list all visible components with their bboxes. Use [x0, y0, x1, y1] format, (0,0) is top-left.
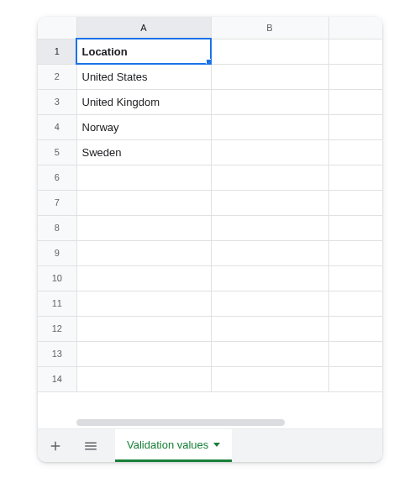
sheet-tab-active[interactable]: Validation values: [115, 429, 232, 462]
cell-overflow-12[interactable]: [328, 316, 382, 341]
cell-B6[interactable]: [211, 165, 328, 190]
cell-B1[interactable]: [211, 39, 328, 64]
cell-B13[interactable]: [211, 341, 328, 366]
cell-overflow-7[interactable]: [328, 190, 382, 215]
cell-B2[interactable]: [211, 64, 328, 89]
cell-A13[interactable]: [76, 341, 211, 366]
cell-overflow-4[interactable]: [328, 114, 382, 139]
row-header-2[interactable]: 2: [38, 64, 76, 89]
cell-B11[interactable]: [211, 291, 328, 316]
menu-icon: [83, 438, 98, 454]
cell-overflow-10[interactable]: [328, 265, 382, 291]
row-header-7[interactable]: 7: [38, 190, 76, 215]
sheet-footer: Validation values: [38, 428, 382, 462]
cell-B8[interactable]: [211, 215, 328, 240]
cell-A10[interactable]: [76, 265, 211, 291]
cell-A3[interactable]: United Kingdom: [76, 89, 211, 114]
cell-B3[interactable]: [211, 89, 328, 114]
row-header-5[interactable]: 5: [38, 139, 76, 165]
column-header-B[interactable]: B: [211, 17, 328, 39]
cell-A12[interactable]: [76, 316, 211, 341]
row-header-13[interactable]: 13: [38, 341, 76, 366]
cell-B5[interactable]: [211, 139, 328, 165]
sheet-tab-label: Validation values: [127, 438, 208, 451]
cell-overflow-9[interactable]: [328, 240, 382, 265]
cell-overflow-11[interactable]: [328, 291, 382, 316]
cell-A4[interactable]: Norway: [76, 114, 211, 139]
add-sheet-button[interactable]: [38, 429, 73, 462]
cell-overflow-13[interactable]: [328, 341, 382, 366]
cell-B7[interactable]: [211, 190, 328, 215]
cell-B9[interactable]: [211, 240, 328, 265]
cell-overflow-5[interactable]: [328, 139, 382, 165]
all-sheets-button[interactable]: [73, 429, 108, 462]
cell-overflow-14[interactable]: [328, 366, 382, 391]
row-header-11[interactable]: 11: [38, 291, 76, 316]
cell-overflow-8[interactable]: [328, 215, 382, 240]
cell-A8[interactable]: [76, 215, 211, 240]
cell-A9[interactable]: [76, 240, 211, 265]
row-header-4[interactable]: 4: [38, 114, 76, 139]
row-header-9[interactable]: 9: [38, 240, 76, 265]
cell-A1[interactable]: Location: [76, 39, 211, 64]
cell-A7[interactable]: [76, 190, 211, 215]
column-header-overflow[interactable]: [328, 17, 382, 39]
cell-A14[interactable]: [76, 366, 211, 391]
horizontal-scrollbar-thumb[interactable]: [76, 419, 285, 426]
plus-icon: [48, 438, 63, 454]
cell-A5[interactable]: Sweden: [76, 139, 211, 165]
cell-overflow-3[interactable]: [328, 89, 382, 114]
cell-overflow-2[interactable]: [328, 64, 382, 89]
cell-B4[interactable]: [211, 114, 328, 139]
row-header-10[interactable]: 10: [38, 265, 76, 291]
column-header-A[interactable]: A: [76, 17, 211, 39]
select-all-corner[interactable]: [38, 17, 76, 39]
row-header-1[interactable]: 1: [38, 39, 76, 64]
spreadsheet-window: A B 1Location2United States3United Kingd…: [38, 17, 382, 462]
spreadsheet-grid[interactable]: A B 1Location2United States3United Kingd…: [38, 17, 382, 392]
cell-B10[interactable]: [211, 265, 328, 291]
row-header-12[interactable]: 12: [38, 316, 76, 341]
cell-A6[interactable]: [76, 165, 211, 190]
row-header-6[interactable]: 6: [38, 165, 76, 190]
horizontal-scrollbar[interactable]: [38, 417, 382, 428]
cell-overflow-1[interactable]: [328, 39, 382, 64]
chevron-down-icon: [213, 443, 220, 447]
grid-area: A B 1Location2United States3United Kingd…: [38, 17, 382, 417]
row-header-3[interactable]: 3: [38, 89, 76, 114]
cell-A2[interactable]: United States: [76, 64, 211, 89]
row-header-8[interactable]: 8: [38, 215, 76, 240]
cell-overflow-6[interactable]: [328, 165, 382, 190]
cell-A11[interactable]: [76, 291, 211, 316]
row-header-14[interactable]: 14: [38, 366, 76, 391]
cell-B12[interactable]: [211, 316, 328, 341]
cell-B14[interactable]: [211, 366, 328, 391]
